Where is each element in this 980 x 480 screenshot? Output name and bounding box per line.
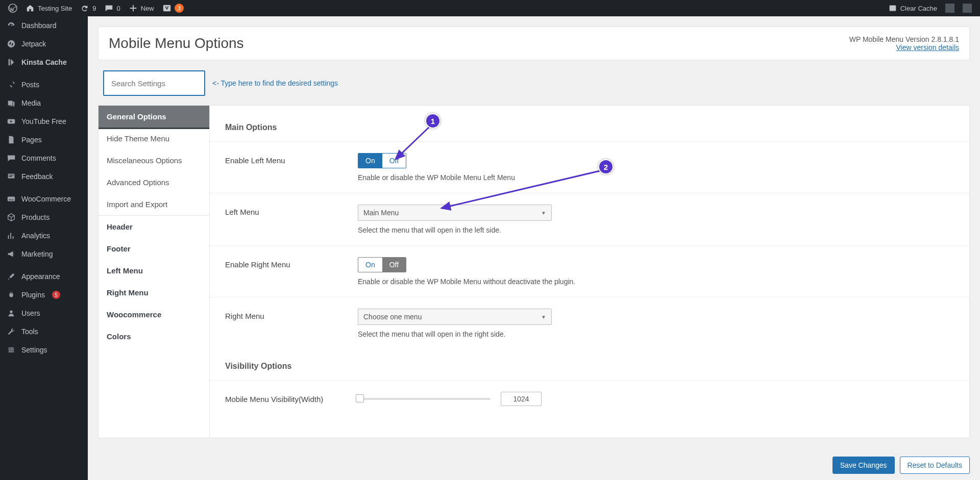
- menu-item-settings[interactable]: Settings: [0, 341, 88, 359]
- subtab-colors[interactable]: Colors: [99, 325, 209, 347]
- youtube-icon: [6, 116, 16, 127]
- enable-right-menu-switch[interactable]: On Off: [358, 257, 406, 272]
- menu-item-media[interactable]: Media: [0, 94, 88, 112]
- switch-on[interactable]: On: [358, 154, 382, 168]
- pin-icon: [6, 80, 16, 90]
- slider-thumb[interactable]: [356, 394, 364, 402]
- refresh-icon: [80, 4, 89, 13]
- page-header: Mobile Menu Options WP Mobile Menu Versi…: [98, 27, 970, 60]
- updates[interactable]: 9: [76, 0, 100, 16]
- menu-item-users[interactable]: Users: [0, 304, 88, 322]
- brush-icon: [6, 271, 16, 282]
- menu-label: Products: [21, 213, 50, 221]
- enable-left-menu-switch[interactable]: On Off: [358, 153, 406, 168]
- adminbar-square-2[interactable]: [959, 0, 976, 16]
- menu-item-analytics[interactable]: Analytics: [0, 226, 88, 245]
- subtab-right-menu[interactable]: Right Menu: [99, 282, 209, 304]
- switch-on[interactable]: On: [358, 258, 382, 272]
- page-title: Mobile Menu Options: [109, 35, 244, 52]
- field-desc: Select the menu that will open in the ri…: [358, 330, 954, 338]
- dashboard-icon: [6, 20, 16, 31]
- field-label: Right Menu: [225, 309, 348, 338]
- menu-label: Appearance: [21, 272, 60, 281]
- visibility-width-slider[interactable]: [358, 398, 491, 400]
- subtab-woocommerce[interactable]: Woocommerce: [99, 304, 209, 325]
- svg-rect-2: [889, 6, 896, 11]
- subtab-advanced-options[interactable]: Advanced Options: [99, 171, 209, 193]
- field-desc: Enable or disable the WP Mobile Menu wit…: [358, 277, 954, 286]
- annotation-badge-1: 1: [425, 113, 440, 129]
- subtab-miscelaneous-options[interactable]: Miscelaneous Options: [99, 149, 209, 171]
- home-icon: [26, 4, 35, 13]
- menu-item-kinsta-cache[interactable]: Kinsta Cache: [0, 53, 88, 71]
- menu-item-appearance[interactable]: Appearance: [0, 267, 88, 286]
- box-icon: [6, 212, 16, 222]
- menu-item-feedback[interactable]: Feedback: [0, 167, 88, 186]
- save-changes-button[interactable]: Save Changes: [832, 457, 895, 474]
- subtab-hide-theme-menu[interactable]: Hide Theme Menu: [99, 128, 209, 149]
- updates-count: 9: [92, 5, 96, 12]
- menu-label: Users: [21, 309, 40, 317]
- subtab-header[interactable]: Header: [99, 215, 209, 238]
- switch-off[interactable]: Off: [382, 154, 406, 168]
- subtab-import-and-export[interactable]: Import and Export: [99, 193, 209, 215]
- settings-body: Main Options Enable Left Menu On Off Ena…: [210, 106, 969, 438]
- field-visibility-width: Mobile Menu Visibility(Width) 1024: [210, 380, 969, 417]
- section-title-main: Main Options: [210, 111, 969, 141]
- chart-icon: [6, 231, 16, 241]
- menu-item-products[interactable]: Products: [0, 208, 88, 226]
- menu-item-pages[interactable]: Pages: [0, 131, 88, 149]
- menu-item-youtube-free[interactable]: YouTube Free: [0, 112, 88, 131]
- left-menu-select[interactable]: Main Menu ▼: [358, 205, 552, 221]
- switch-off[interactable]: Off: [382, 258, 406, 272]
- menu-item-plugins[interactable]: Plugins5: [0, 286, 88, 304]
- jetpack-icon: [6, 39, 16, 49]
- yoast-icon: [162, 4, 172, 13]
- site-home[interactable]: Testing Site: [21, 0, 76, 16]
- visibility-width-value[interactable]: 1024: [501, 392, 542, 406]
- subtab-footer[interactable]: Footer: [99, 238, 209, 260]
- menu-separator: [0, 263, 88, 267]
- clear-cache[interactable]: Clear Cache: [884, 0, 941, 16]
- settings-icon: [6, 345, 16, 355]
- field-enable-left-menu: Enable Left Menu On Off Enable or disabl…: [210, 141, 969, 193]
- square-icon: [945, 4, 954, 13]
- chevron-down-icon: ▼: [541, 210, 546, 216]
- menu-item-marketing[interactable]: Marketing: [0, 245, 88, 263]
- plug-icon: [6, 290, 16, 300]
- menu-count-badge: 5: [52, 291, 60, 299]
- svg-point-10: [9, 349, 10, 351]
- menu-item-dashboard[interactable]: Dashboard: [0, 16, 88, 35]
- cache-icon: [888, 4, 897, 13]
- yoast-badge: 3: [175, 4, 184, 13]
- version-block: WP Mobile Menu Version 2.8.1.8.1 View ve…: [849, 35, 959, 52]
- subtab-left-menu[interactable]: Left Menu: [99, 260, 209, 282]
- menu-label: Posts: [21, 81, 39, 89]
- settings-panel: General OptionsHide Theme MenuMiscelaneo…: [98, 105, 970, 438]
- version-link[interactable]: View version details: [896, 43, 959, 52]
- right-menu-select[interactable]: Choose one menu ▼: [358, 309, 552, 325]
- subtab-general-options[interactable]: General Options: [99, 106, 209, 128]
- wp-logo[interactable]: [4, 0, 21, 16]
- yoast-seo[interactable]: 3: [158, 0, 188, 16]
- wrench-icon: [6, 326, 16, 337]
- adminbar-square-1[interactable]: [941, 0, 959, 16]
- menu-item-posts[interactable]: Posts: [0, 75, 88, 94]
- menu-item-tools[interactable]: Tools: [0, 322, 88, 341]
- menu-item-jetpack[interactable]: Jetpack: [0, 35, 88, 53]
- new-content[interactable]: New: [125, 0, 158, 16]
- reset-defaults-button[interactable]: Reset to Defaults: [900, 457, 970, 474]
- user-icon: [6, 308, 16, 318]
- search-row: <- Type here to find the desired setting…: [98, 60, 970, 105]
- menu-item-woocommerce[interactable]: wooWooCommerce: [0, 190, 88, 208]
- menu-item-comments[interactable]: Comments: [0, 149, 88, 167]
- comments-bar[interactable]: 0: [100, 0, 124, 16]
- wordpress-icon: [8, 4, 17, 13]
- field-right-menu: Right Menu Choose one menu ▼ Select the …: [210, 297, 969, 349]
- search-settings-input[interactable]: [103, 70, 205, 96]
- field-label: Enable Right Menu: [225, 257, 348, 286]
- svg-rect-5: [8, 174, 15, 179]
- menu-label: Feedback: [21, 172, 53, 181]
- search-hint: <- Type here to find the desired setting…: [212, 79, 338, 87]
- svg-point-3: [8, 40, 15, 47]
